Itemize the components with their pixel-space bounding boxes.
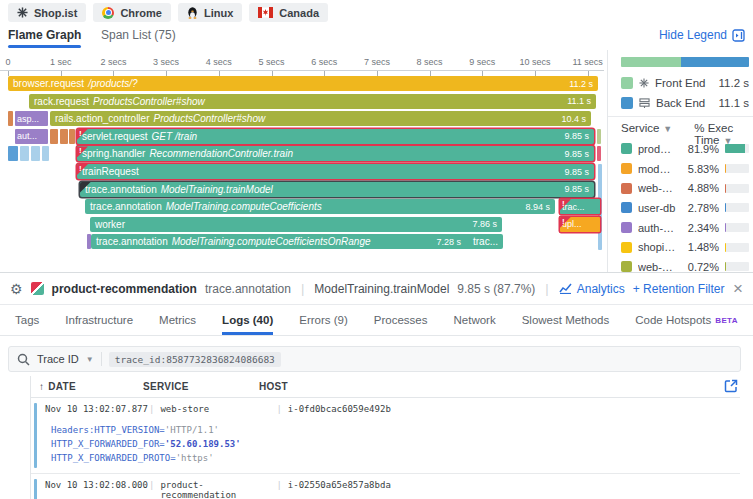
service-exec-bar: [725, 203, 749, 212]
detail-tab-processes[interactable]: Processes: [374, 305, 428, 335]
chevron-down-icon: ▼: [86, 355, 94, 364]
service-name: user-db: [638, 202, 676, 214]
flame-span[interactable]: !upl...: [560, 217, 600, 232]
service-swatch: [621, 261, 632, 272]
detail-tab-logs-40-[interactable]: Logs (40): [222, 305, 273, 335]
span-detail-panel: ⚙ product-recommendation trace.annotatio…: [0, 272, 753, 499]
span-resource: ModelTraining.trainModel: [161, 184, 273, 195]
service-name: shopist-web-ui: [638, 241, 676, 253]
span-settings-icon[interactable]: ⚙: [10, 282, 23, 296]
flame-span[interactable]: [597, 129, 601, 144]
tag-canada[interactable]: Canada: [249, 3, 328, 22]
date-column-header[interactable]: ↑DATE: [39, 381, 143, 392]
axis-tick-label: 6 secs: [311, 57, 337, 67]
flame-span[interactable]: trace.annotationModelTraining.computeCoe…: [85, 199, 555, 214]
service-column-header-logs[interactable]: SERVICE: [143, 381, 259, 392]
chrome-icon: [102, 7, 114, 19]
flame-span[interactable]: !trainRequest9.85 s: [77, 164, 594, 179]
flame-span[interactable]: !spring.handlerRecommendationController.…: [77, 146, 594, 161]
flame-span[interactable]: rails.action_controllerProductsControlle…: [50, 111, 591, 126]
analytics-link[interactable]: Analytics: [559, 282, 625, 296]
service-swatch: [621, 202, 632, 213]
service-row[interactable]: web-store-mon...4.88%: [621, 178, 749, 198]
tab-flame-graph[interactable]: Flame Graph: [8, 28, 81, 42]
log-entry[interactable]: Nov 10 13:02:08.000|product-recommendati…: [31, 473, 740, 499]
service-swatch: [621, 163, 632, 174]
span-resource: RecommendationController.train: [149, 148, 293, 159]
front-end-swatch: [621, 77, 633, 89]
log-search-bar[interactable]: Trace ID ▼ trace_id:8587732836824086683: [8, 346, 741, 372]
log-entry[interactable]: Nov 10 13:02:07.877|web-store|i-0fd0bcac…: [31, 398, 740, 473]
tab-span-list[interactable]: Span List (75): [101, 28, 176, 42]
flame-span[interactable]: trace.annotationModelTraining.computeCoe…: [91, 234, 503, 249]
retention-filter-link[interactable]: + Retention Filter: [633, 282, 725, 296]
span-name: rails.action_controller: [55, 113, 150, 124]
service-row[interactable]: auth-dotnet2.34%: [621, 218, 749, 238]
span-duration: 9.85 s: [558, 149, 589, 159]
log-entries: Nov 10 13:02:07.877|web-store|i-0fd0bcac…: [31, 398, 740, 499]
linux-penguin-icon: [187, 7, 198, 19]
tag-chrome-label: Chrome: [120, 7, 162, 19]
flame-span[interactable]: [50, 129, 58, 144]
flame-span[interactable]: [60, 129, 68, 144]
service-row[interactable]: product-recom...81.9%: [621, 139, 749, 159]
trace-id-token[interactable]: trace_id:8587732836824086683: [109, 352, 281, 367]
span-duration: 9.85 s: [558, 167, 589, 177]
service-exec-pct: 81.9%: [682, 143, 719, 155]
axis-tick-label: 3 secs: [153, 57, 179, 67]
flame-span[interactable]: !servlet.requestGET /train9.85 s: [77, 129, 594, 144]
search-field-selector[interactable]: Trace ID: [37, 353, 79, 365]
detail-tab-tags[interactable]: Tags: [15, 305, 39, 335]
tag-linux[interactable]: Linux: [178, 3, 242, 22]
tag-shopist[interactable]: Shop.ist: [8, 3, 86, 22]
detail-tab-metrics[interactable]: Metrics: [159, 305, 196, 335]
host-column-header[interactable]: HOST: [259, 381, 740, 392]
analytics-chart-icon: [559, 283, 572, 294]
collapse-panel-icon: [732, 29, 745, 42]
detail-tab-errors-9-[interactable]: Errors (9): [299, 305, 348, 335]
service-exec-pct: 2.34%: [682, 222, 719, 234]
service-row[interactable]: user-db2.78%: [621, 198, 749, 218]
tag-chrome[interactable]: Chrome: [93, 3, 171, 22]
flame-span[interactable]: browser.request/products/?11.2 s: [8, 76, 598, 91]
log-message-line: HTTP_X_FORWARDED_PROTO='https': [51, 451, 740, 465]
flame-span[interactable]: aut...: [15, 129, 48, 144]
detail-span-type: trace.annotation: [205, 282, 291, 296]
legend-front-end[interactable]: Front End 11.2 s: [621, 75, 749, 91]
open-in-log-explorer-icon[interactable]: [724, 379, 738, 393]
detail-tab-code-hotspots[interactable]: Code HotspotsBETA: [635, 305, 737, 335]
service-exec-bar: [725, 144, 749, 153]
flame-span[interactable]: trace.annotationModelTraining.trainModel…: [80, 182, 594, 197]
service-exec-bar: [725, 223, 749, 232]
canada-flag-icon: [258, 7, 273, 18]
detail-service-name: product-recommendation: [52, 282, 197, 296]
detail-tab-slowest-methods[interactable]: Slowest Methods: [522, 305, 610, 335]
flame-span[interactable]: asp...: [15, 111, 48, 126]
service-row[interactable]: web-store0.72%: [621, 257, 749, 272]
service-row[interactable]: model-storage5.83%: [621, 159, 749, 179]
axis-line: [0, 70, 604, 71]
detail-tab-infrastructure[interactable]: Infrastructure: [65, 305, 133, 335]
close-icon[interactable]: ×: [733, 280, 743, 297]
detail-tab-network[interactable]: Network: [453, 305, 495, 335]
span-resource: ProductsController#show: [154, 113, 266, 124]
flame-span[interactable]: rack.requestProductsController#show11.1 …: [29, 94, 596, 109]
log-date: Nov 10 13:02:07.877: [45, 404, 149, 414]
flame-span[interactable]: [597, 146, 601, 161]
hide-legend-link[interactable]: Hide Legend: [659, 28, 745, 42]
flame-span[interactable]: worker7.86 s: [90, 217, 502, 232]
log-table: ↑DATE SERVICE HOST Nov 10 13:02:07.877|w…: [30, 376, 740, 499]
legend-back-end[interactable]: Back End 11.1 s: [621, 95, 749, 111]
flame-span[interactable]: !trac...: [560, 199, 600, 214]
service-list: product-recom...81.9%model-storage5.83%w…: [621, 139, 749, 272]
service-row[interactable]: shopist-web-ui1.48%: [621, 237, 749, 257]
span-resource: GET /train: [152, 131, 198, 142]
flame-span[interactable]: [42, 146, 49, 161]
service-exec-pct: 1.48%: [682, 241, 719, 253]
service-exec-bar: [725, 243, 749, 252]
flame-span[interactable]: [8, 111, 13, 126]
flame-span[interactable]: [20, 146, 29, 161]
flame-span[interactable]: [31, 146, 40, 161]
flame-span[interactable]: [8, 146, 18, 161]
flame-span[interactable]: [69, 129, 75, 144]
